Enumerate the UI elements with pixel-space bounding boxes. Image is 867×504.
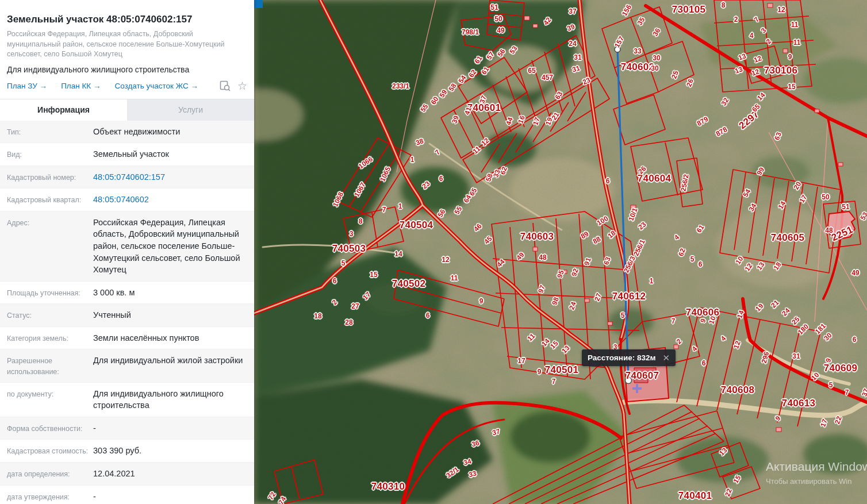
- app-window: 7301057301067406017406027406037406047406…: [0, 0, 867, 504]
- row-label: Адрес:: [7, 217, 93, 276]
- row-value: -: [93, 422, 247, 434]
- tab-information[interactable]: Информация: [0, 99, 127, 121]
- row-value: Учтенный: [93, 309, 247, 321]
- tabs-bar: Информация Услуги: [0, 99, 254, 121]
- tab-services[interactable]: Услуги: [127, 99, 254, 121]
- row-label: дата определения:: [7, 468, 93, 480]
- distance-value: Расстояние: 832м: [588, 353, 655, 362]
- plan-zu-link[interactable]: План ЗУ →: [7, 82, 47, 90]
- row-label: Кадастровый номер:: [7, 171, 93, 183]
- row-label: Статус:: [7, 309, 93, 321]
- cadastral-quarter-link[interactable]: 48:05:0740602: [93, 194, 247, 206]
- header-icons: ☆: [220, 80, 247, 91]
- row-label: Форма собственности:: [7, 422, 93, 434]
- row-value: Для индивидуального жилищного строительс…: [93, 388, 247, 411]
- satellite-map: [254, 0, 867, 504]
- row-value: Для индивидуальной жилой застройки: [93, 355, 247, 376]
- info-row: Адрес: Российская Федерация, Липецкая об…: [0, 211, 254, 282]
- map-viewport[interactable]: [254, 0, 867, 504]
- row-label: Разрешенное использование:: [7, 355, 93, 376]
- row-label: по документу:: [7, 388, 93, 411]
- row-value: 12.04.2021: [93, 468, 247, 480]
- parcel-address-subtitle: Российская Федерация, Липецкая область, …: [7, 29, 247, 60]
- distance-tooltip: Расстояние: 832м ✕: [582, 349, 676, 366]
- row-label: Вид:: [7, 148, 93, 160]
- row-label: Категория земель:: [7, 332, 93, 344]
- info-row: Тип: Объект недвижимости: [0, 121, 254, 144]
- row-value: Объект недвижимости: [93, 126, 247, 138]
- cadastral-number-link[interactable]: 48:05:0740602:157: [93, 171, 247, 183]
- close-icon[interactable]: ✕: [662, 353, 670, 363]
- parcel-info-panel: Земельный участок 48:05:0740602:157 Росс…: [0, 0, 254, 504]
- info-row: Кадастровый квартал: 48:05:0740602: [0, 188, 254, 211]
- row-value: Российская Федерация, Липецкая область, …: [93, 217, 247, 276]
- row-label: Кадастровый квартал:: [7, 194, 93, 206]
- info-row: дата определения: 12.04.2021: [0, 463, 254, 486]
- panel-header: Земельный участок 48:05:0740602:157 Росс…: [0, 0, 254, 99]
- favorite-star-icon[interactable]: ☆: [237, 80, 247, 91]
- row-value: 3 000 кв. м: [93, 287, 247, 299]
- row-value: -: [93, 491, 247, 503]
- page-title: Земельный участок 48:05:0740602:157: [7, 14, 247, 25]
- info-row: дата утверждения: -: [0, 486, 254, 504]
- info-row: Статус: Учтенный: [0, 304, 254, 327]
- row-label: Площадь уточненная:: [7, 287, 93, 299]
- row-value: Земельный участок: [93, 148, 247, 160]
- info-row: по документу: Для индивидуального жилищн…: [0, 383, 254, 417]
- info-row: Кадастровый номер: 48:05:0740602:157: [0, 166, 254, 189]
- row-value: 303 390 руб.: [93, 445, 247, 457]
- parcel-usage-text: Для индивидуального жилищного строительс…: [7, 65, 247, 74]
- row-label: дата утверждения:: [7, 491, 93, 503]
- action-links-row: План ЗУ →План КК →Создать участок ЖС → ☆: [7, 80, 247, 99]
- info-row: Вид: Земельный участок: [0, 143, 254, 166]
- info-row: Разрешенное использование: Для индивидуа…: [0, 349, 254, 382]
- info-row: Площадь уточненная: 3 000 кв. м: [0, 282, 254, 305]
- row-label: Кадастровая стоимость:: [7, 445, 93, 457]
- plan-search-icon[interactable]: [220, 80, 231, 91]
- plan-kk-link[interactable]: План КК →: [61, 82, 101, 90]
- info-row: Кадастровая стоимость: 303 390 руб.: [0, 440, 254, 463]
- create-zhs-link[interactable]: Создать участок ЖС →: [114, 82, 198, 90]
- row-label: Тип:: [7, 126, 93, 138]
- info-row: Категория земель: Земли населённых пункт…: [0, 327, 254, 350]
- info-row: Форма собственности: -: [0, 417, 254, 440]
- row-value: Земли населённых пунктов: [93, 332, 247, 344]
- info-rows: Тип: Объект недвижимости Вид: Земельный …: [0, 121, 254, 504]
